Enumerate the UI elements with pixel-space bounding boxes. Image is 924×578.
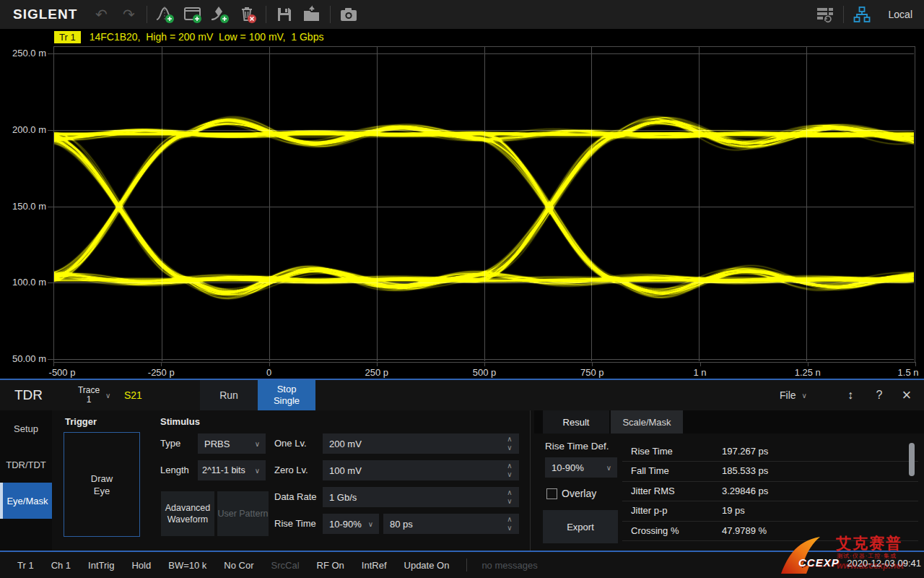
result-row: Fall Time185.533 ps xyxy=(622,461,918,482)
one-level-field[interactable]: 200 mV ∧ ∨ xyxy=(323,434,519,454)
help-button[interactable]: ? xyxy=(866,380,892,410)
draw-eye-button[interactable]: Draw Eye xyxy=(64,432,140,537)
screenshot-button[interactable] xyxy=(335,0,362,29)
toolbar-separator xyxy=(147,6,147,23)
spinner-down-icon[interactable]: ∨ xyxy=(507,444,512,452)
length-value: 2^11-1 bits xyxy=(202,465,245,475)
parameter-s21[interactable]: S21 xyxy=(117,380,149,410)
status-hold: Hold xyxy=(131,560,151,571)
open-file-icon xyxy=(302,5,322,24)
result-rise-def-value: 10-90% xyxy=(552,462,584,473)
window-layout-icon xyxy=(815,5,835,24)
panel-resize-button[interactable]: ↕ xyxy=(837,380,863,410)
section-divider xyxy=(530,410,531,551)
undo-button[interactable]: ↶ xyxy=(87,0,115,29)
x-axis-tick xyxy=(161,362,162,366)
network-button[interactable] xyxy=(848,0,876,29)
camera-icon xyxy=(339,5,359,24)
close-panel-button[interactable]: × xyxy=(894,380,920,410)
delete-trace-button[interactable] xyxy=(234,0,261,29)
overlay-checkbox[interactable] xyxy=(546,488,557,499)
stimulus-group-title: Stimulus xyxy=(160,416,200,427)
add-window-button[interactable] xyxy=(179,0,206,29)
trace-badge[interactable]: Tr 1 xyxy=(54,31,81,43)
length-dropdown[interactable]: 2^11-1 bits ∨ xyxy=(198,460,266,480)
sna-tdr-application: SIGLENT ↶ ↷ xyxy=(0,0,924,578)
plot-frame xyxy=(53,46,915,363)
data-rate-field[interactable]: 1 Gb/s ∧ ∨ xyxy=(323,487,519,507)
rise-time-spinner[interactable]: ∧ ∨ xyxy=(502,514,517,533)
result-row-label: Fall Time xyxy=(631,465,722,476)
zero-level-value: 100 mV xyxy=(329,465,362,476)
add-trace-button[interactable] xyxy=(152,0,179,29)
rise-time-def-dropdown[interactable]: 10-90% ∨ xyxy=(323,514,379,534)
chevron-down-icon: ∨ xyxy=(368,520,373,528)
result-row: Jitter p-p19 ps xyxy=(622,501,918,522)
stop-single-button[interactable]: Stop Single xyxy=(258,380,315,410)
user-pattern-button[interactable]: User Pattern xyxy=(217,491,269,536)
y-axis-tick xyxy=(48,53,53,54)
y-axis-tick-label: 100.0 m xyxy=(0,277,46,288)
undo-icon: ↶ xyxy=(95,7,108,22)
result-row-label: Jitter RMS xyxy=(631,486,722,496)
close-icon: × xyxy=(902,386,912,405)
file-menu[interactable]: File ∨ xyxy=(780,380,807,410)
data-rate-spinner[interactable]: ∧ ∨ xyxy=(502,488,517,506)
status-ch-1: Ch 1 xyxy=(51,560,71,571)
window-layout-button[interactable] xyxy=(811,0,839,29)
redo-button[interactable]: ↷ xyxy=(115,0,142,29)
add-marker-button[interactable] xyxy=(206,0,234,29)
x-axis-tick xyxy=(592,362,593,366)
x-axis-tick-label: 250 p xyxy=(365,367,388,379)
x-axis-tick xyxy=(915,362,916,366)
siglent-logo: SIGLENT xyxy=(13,7,77,22)
sidebar-item-eye-mask[interactable]: Eye/Mask xyxy=(0,483,52,519)
sidebar-item-tdr-tdt[interactable]: TDR/TDT xyxy=(0,447,52,483)
spinner-up-icon[interactable]: ∧ xyxy=(507,462,512,470)
result-scrollbar[interactable] xyxy=(909,443,915,476)
status-bar: Tr 1Ch 1IntTrigHoldBW=10 kNo CorSrcCalRF… xyxy=(0,551,924,578)
x-axis-tick-label: 1 n xyxy=(693,367,706,379)
type-dropdown[interactable]: PRBS ∨ xyxy=(198,434,266,454)
trigger-group-title: Trigger xyxy=(65,416,97,427)
advanced-waveform-button[interactable]: Adavanced Waveform xyxy=(161,491,214,536)
chevron-down-icon: ∨ xyxy=(255,440,260,448)
run-button[interactable]: Run xyxy=(200,380,258,410)
chevron-down-icon: ∨ xyxy=(606,464,611,472)
spinner-up-icon[interactable]: ∧ xyxy=(507,489,512,496)
rise-time-field[interactable]: 80 ps ∧ ∨ xyxy=(383,514,519,534)
zero-level-label: Zero Lv. xyxy=(274,460,308,480)
chevron-down-icon: ∨ xyxy=(255,467,260,475)
status-bw-10-k: BW=10 k xyxy=(168,560,206,571)
export-button[interactable]: Export xyxy=(543,510,618,543)
type-label: Type xyxy=(160,434,180,454)
spinner-up-icon[interactable]: ∧ xyxy=(507,436,512,443)
status-update-on: Update On xyxy=(404,560,450,571)
one-level-label: One Lv. xyxy=(274,434,307,454)
tab-result[interactable]: Result xyxy=(543,410,609,434)
result-row-value: 185.533 ps xyxy=(722,465,768,476)
result-rise-def-dropdown[interactable]: 10-90% ∨ xyxy=(545,457,617,478)
trace-selector-value: 1 xyxy=(87,395,92,405)
sidebar-item-setup[interactable]: Setup xyxy=(0,410,52,447)
status-rf-on: RF On xyxy=(317,560,344,571)
spinner-down-icon[interactable]: ∨ xyxy=(507,498,512,505)
zero-level-field[interactable]: 100 mV ∧ ∨ xyxy=(323,460,519,480)
local-mode-indicator[interactable]: Local xyxy=(889,9,912,20)
spinner-up-icon[interactable]: ∧ xyxy=(507,516,512,523)
open-file-button[interactable] xyxy=(298,0,326,29)
x-axis-tick xyxy=(53,362,54,366)
spinner-down-icon[interactable]: ∨ xyxy=(507,525,512,532)
tab-scale-mask[interactable]: Scale/Mask xyxy=(611,410,683,434)
zero-level-spinner[interactable]: ∧ ∨ xyxy=(502,461,517,480)
one-level-spinner[interactable]: ∧ ∨ xyxy=(502,434,517,453)
save-button[interactable] xyxy=(271,0,298,29)
toolbar-separator xyxy=(330,6,331,23)
x-axis-tick xyxy=(377,362,378,366)
spinner-down-icon[interactable]: ∨ xyxy=(507,471,512,478)
status-srccal: SrcCal xyxy=(271,560,300,571)
status-inttrig: IntTrig xyxy=(88,560,114,571)
add-trace-icon xyxy=(155,5,175,24)
data-rate-value: 1 Gb/s xyxy=(329,492,357,503)
trace-selector[interactable]: Trace 1 ∨ xyxy=(72,380,123,410)
